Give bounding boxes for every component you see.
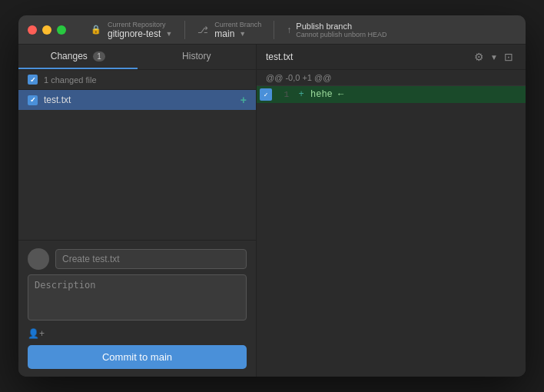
repo-section[interactable]: 🔒 Current Repository gitignore-test ▼	[78, 21, 185, 39]
diff-header: test.txt ⚙ ▼ ⊡	[257, 45, 526, 70]
minimize-button[interactable]	[42, 25, 51, 35]
tab-history[interactable]: History	[138, 45, 257, 69]
file-checkbox[interactable]	[28, 95, 38, 105]
coauthor-icon: 👤+	[28, 328, 45, 339]
diff-line-checkbox[interactable]	[260, 88, 272, 101]
commit-footer: 👤+	[28, 328, 247, 339]
diff-hunk-header: @@ -0,0 +1 @@	[257, 70, 526, 86]
publish-icon: ↑	[287, 25, 291, 35]
left-panel: Changes 1 History 1 changed file test.tx	[18, 45, 257, 377]
commit-description-input[interactable]	[28, 274, 247, 321]
commit-button[interactable]: Commit to main	[28, 345, 247, 369]
changes-badge: 1	[93, 51, 105, 61]
repo-label: Current Repository	[108, 21, 172, 28]
commit-author-row	[28, 248, 247, 270]
split-view-icon[interactable]: ⊡	[501, 49, 516, 65]
file-item[interactable]: test.txt +	[18, 90, 256, 110]
app-window: 🔒 Current Repository gitignore-test ▼ ⎇ …	[18, 15, 526, 377]
publish-label: Publish branch	[296, 22, 386, 31]
titlebar-sections: 🔒 Current Repository gitignore-test ▼ ⎇ …	[78, 21, 516, 39]
main-content: Changes 1 History 1 changed file test.tx	[18, 45, 526, 377]
file-status-icon: +	[240, 94, 247, 106]
branch-label: Current Branch	[214, 21, 261, 28]
branch-section[interactable]: ⎇ Current Branch main ▼	[185, 21, 274, 39]
traffic-lights	[28, 25, 66, 35]
diff-line-type: +	[295, 89, 307, 100]
diff-line-added: 1 + hehe ←	[257, 86, 526, 103]
branch-icon: ⎇	[197, 25, 208, 35]
avatar	[28, 248, 49, 270]
close-button[interactable]	[28, 25, 37, 35]
diff-content: 1 + hehe ←	[257, 86, 526, 377]
file-list: test.txt +	[18, 90, 256, 240]
diff-line-num: 1	[272, 90, 295, 99]
changed-files-header: 1 changed file	[18, 70, 256, 90]
repo-name: gitignore-test	[108, 28, 161, 39]
settings-icon[interactable]: ⚙	[471, 49, 487, 65]
publish-sublabel: Cannot publish unborn HEAD	[296, 31, 386, 38]
maximize-button[interactable]	[57, 25, 66, 35]
repo-name-row: gitignore-test ▼	[108, 28, 172, 39]
settings-dropdown[interactable]: ▼	[490, 53, 498, 61]
branch-name: main	[214, 28, 234, 39]
right-panel: test.txt ⚙ ▼ ⊡ @@ -0,0 +1 @@ 1 + hehe ←	[257, 45, 526, 377]
tab-changes[interactable]: Changes 1	[18, 45, 138, 69]
diff-controls: ⚙ ▼ ⊡	[471, 49, 516, 65]
titlebar: 🔒 Current Repository gitignore-test ▼ ⎇ …	[18, 15, 526, 45]
file-name: test.txt	[44, 95, 234, 105]
branch-dropdown-arrow: ▼	[239, 30, 246, 38]
commit-title-input[interactable]	[55, 249, 247, 269]
repo-dropdown-arrow: ▼	[165, 30, 172, 38]
changed-header-left: 1 changed file	[28, 75, 97, 85]
diff-line-text: hehe ←	[307, 89, 343, 100]
diff-filename: test.txt	[266, 51, 293, 62]
tab-bar: Changes 1 History	[18, 45, 256, 70]
changed-count-label: 1 changed file	[44, 75, 97, 85]
hunk-header-text: @@ -0,0 +1 @@	[266, 73, 331, 82]
lock-icon: 🔒	[91, 25, 101, 35]
publish-section[interactable]: ↑ Publish branch Cannot publish unborn H…	[274, 21, 386, 39]
commit-area: 👤+ Commit to main	[18, 240, 256, 377]
select-all-checkbox[interactable]	[28, 75, 38, 85]
branch-name-row: main ▼	[214, 28, 261, 39]
